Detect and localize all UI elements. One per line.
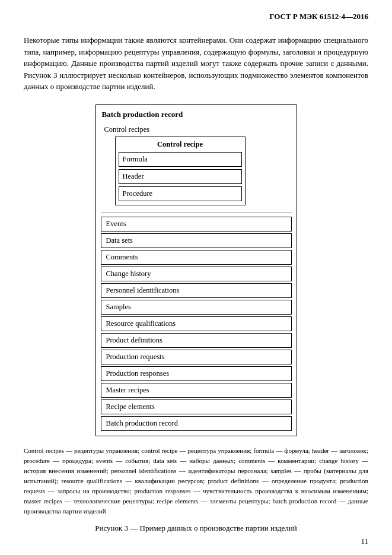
footnote: Control recipes — рецептуры управления; … bbox=[24, 446, 368, 516]
control-recipes-section: Control recipes Control recipe Formula H… bbox=[101, 123, 292, 209]
list-item: Personnel identifications bbox=[101, 283, 292, 298]
intro-paragraph: Некоторые типы информации также являются… bbox=[24, 34, 368, 93]
header-box: Header bbox=[119, 169, 242, 184]
diagram-wrapper: Batch production record Control recipes … bbox=[24, 104, 368, 436]
list-item: Batch production record bbox=[101, 416, 292, 431]
list-item: Samples bbox=[101, 300, 292, 315]
separator bbox=[101, 213, 292, 213]
list-items-container: Events Data sets Comments Change history… bbox=[101, 217, 292, 431]
diagram-title: Batch production record bbox=[101, 110, 292, 119]
control-recipe-title: Control recipe bbox=[119, 140, 242, 149]
figure-caption: Рисунок 3 — Пример данных о производстве… bbox=[24, 524, 368, 533]
formula-box: Formula bbox=[119, 152, 242, 167]
product-definitions-item: Product definitions bbox=[101, 333, 292, 348]
diagram-outer-box: Batch production record Control recipes … bbox=[95, 104, 297, 436]
list-item: Resource qualifications bbox=[101, 316, 292, 331]
list-item: Production responses bbox=[101, 366, 292, 381]
list-item: Recipe elements bbox=[101, 399, 292, 414]
list-item: Production requests bbox=[101, 350, 292, 364]
page-number: 11 bbox=[361, 537, 368, 546]
page-container: ГОСТ Р МЭК 61512-4—2016 Некоторые типы и… bbox=[0, 0, 392, 555]
list-item: Comments bbox=[101, 250, 292, 265]
list-item: Change history bbox=[101, 267, 292, 281]
intro-text: Некоторые типы информации также являются… bbox=[24, 36, 368, 91]
header-text: ГОСТ Р МЭК 61512-4—2016 bbox=[269, 12, 368, 21]
figure-caption-text: Рисунок 3 — Пример данных о производстве… bbox=[95, 524, 297, 532]
list-item: Events bbox=[101, 217, 292, 231]
control-recipe-box: Control recipe Formula Header Procedure bbox=[115, 137, 246, 205]
footnote-text: Control recipes — рецептуры управления; … bbox=[24, 447, 368, 515]
list-item: Data sets bbox=[101, 233, 292, 248]
control-recipes-label: Control recipes bbox=[103, 125, 289, 134]
page-header: ГОСТ Р МЭК 61512-4—2016 bbox=[24, 12, 368, 24]
list-item: Master recipes bbox=[101, 383, 292, 398]
procedure-box: Procedure bbox=[119, 186, 242, 201]
